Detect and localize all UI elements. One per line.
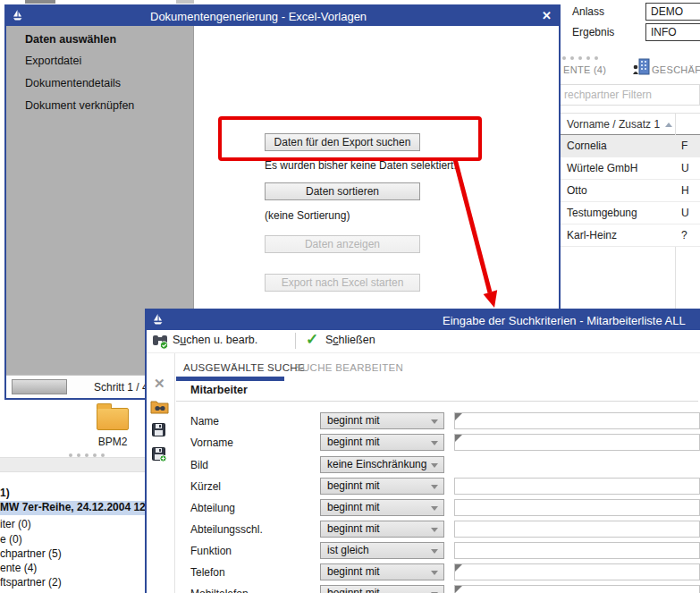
close-icon[interactable]: ✕ [542,9,552,22]
clear-criteria-icon[interactable]: ✕ [154,376,165,392]
anlass-field[interactable]: DEMO [645,3,700,21]
operator-select[interactable]: beginnt mit [320,478,444,495]
building-person-icon [632,58,650,78]
operator-value: beginnt mit [327,414,380,427]
chevron-down-icon [431,549,438,554]
table-row[interactable]: Otto H [561,180,700,202]
ergebnis-field[interactable]: INFO [645,23,700,41]
column-header-vorname[interactable]: Vorname / Zusatz 1 [567,118,660,131]
save-search-as-new-icon[interactable] [152,447,167,465]
folder-icon-bpm2[interactable] [97,408,129,430]
operator-value: keine Einschränkung [327,458,426,470]
criteria-label: Name [190,415,219,428]
operator-value: beginnt mit [327,565,380,578]
window-title: Eingabe der Suchkriterien - Mitarbeiterl… [443,314,686,327]
panel-separator-band [0,457,145,472]
list-item[interactable]: ente (4) [0,562,145,576]
label-part: hließen [339,334,375,346]
operator-select[interactable]: beginnt mit [320,434,444,451]
chevron-down-icon [431,441,438,445]
table-header[interactable]: Vorname / Zusatz 1 [561,113,700,135]
table-row[interactable]: Cornelia F [561,135,700,157]
criteria-input-wrap [454,499,700,516]
dots-separator [562,50,603,63]
tab-dokumente[interactable]: ENTE (4) [563,64,606,75]
desktop-tree-list: 1) MW 7er-Reihe, 24.12.2004 12: iter (0)… [0,483,145,593]
criteria-input[interactable] [455,500,699,515]
criteria-input[interactable] [455,586,699,593]
search-export-data-button[interactable]: Daten für den Export suchen [265,133,420,151]
sidebar-item-exportdatei[interactable]: Exportdatei [25,55,81,67]
binoculars-search-icon [152,334,169,352]
operator-value: beginnt mit [327,479,380,492]
sidebar-item-dokument-verknuepfen[interactable]: Dokument verknüpfen [25,99,134,112]
list-item[interactable]: chpartner (5) [0,547,145,562]
export-excel-button[interactable]: Export nach Excel starten [265,274,420,292]
cell-name: Testumgebung [567,207,637,219]
criteria-input[interactable] [455,479,699,494]
operator-select[interactable]: beginnt mit [320,499,444,516]
operator-value: ist gleich [327,544,369,556]
open-saved-search-icon[interactable] [150,399,169,417]
sort-data-button[interactable]: Daten sortieren [265,182,420,200]
criteria-input[interactable] [455,413,699,428]
step-indicator: Schritt 1 / 4 [94,381,148,394]
window-suchkriterien: Eingabe der Suchkriterien - Mitarbeiterl… [145,309,700,593]
operator-select[interactable]: ist gleich [320,542,444,559]
operator-select[interactable]: keine Einschränkung [320,456,444,473]
table-row[interactable]: Würtele GmbH U [561,157,700,180]
list-item[interactable]: 1) [0,487,145,501]
corner-marker-icon [455,586,462,593]
criteria-input[interactable] [455,564,699,580]
search-and-edit-button[interactable]: Suchen u. bearb. [173,334,257,346]
icon-column-separator [174,353,175,593]
operator-select[interactable]: beginnt mit [320,412,444,429]
criteria-input-wrap [454,563,700,580]
ergebnis-label: Ergebnis [572,26,614,38]
criteria-row-vorname: Vorname beginnt mit [176,434,700,453]
cell-name: Karl-Heinz [567,229,617,241]
criteria-input-wrap [454,434,700,451]
criteria-row-bild: Bild keine Einschränkung [176,456,700,476]
sidebar-item-dokumentendetails[interactable]: Dokumentendetails [25,77,121,89]
list-item[interactable]: ftspartner (2) [0,576,145,590]
criteria-input-wrap [454,478,700,495]
chevron-down-icon [431,571,438,575]
operator-value: beginnt mit [327,436,380,448]
criteria-input[interactable] [455,435,699,450]
list-item[interactable]: e (0) [0,533,145,547]
sidebar-item-daten-auswaehlen[interactable]: Daten auswählen [25,33,116,46]
table-row[interactable]: Testumgebung U [561,202,700,224]
cell-name: Cornelia [567,140,607,152]
filter-input[interactable] [561,84,700,106]
toolbar: Suchen u. bearb. ✓ Schließen [147,330,700,353]
sort-ascending-icon [665,123,672,127]
tab-suche-bearbeiten[interactable]: SUCHE BEARBEITEN [295,362,403,373]
list-item[interactable]: iter (0) [0,518,145,532]
criteria-input-wrap [454,412,700,429]
operator-select[interactable]: beginnt mit [320,585,444,593]
criteria-label: Vorname [190,436,233,449]
criteria-input[interactable] [455,521,699,537]
criteria-row-telefon: Telefon beginnt mit [176,563,700,583]
chevron-down-icon [431,528,438,532]
check-icon: ✓ [306,333,318,347]
criteria-label: Telefon [190,566,225,579]
tab-geschaeftspartner[interactable]: GESCHÄF [652,64,700,75]
criteria-input[interactable] [455,543,699,558]
folder-label[interactable]: BPM2 [86,436,139,448]
operator-select[interactable]: beginnt mit [320,521,444,538]
criteria-row-mobiltelefon: Mobiltelefon beginnt mit [176,585,700,593]
show-data-button[interactable]: Daten anzeigen [265,235,420,253]
sort-note: (keine Sortierung) [265,209,350,222]
close-dialog-button[interactable]: Schließen [325,334,375,346]
criteria-input-wrap [454,585,700,593]
save-search-icon[interactable] [152,423,165,439]
cell-code: ? [681,229,687,241]
list-item-selected[interactable]: MW 7er-Reihe, 24.12.2004 12: [0,501,145,515]
operator-select[interactable]: beginnt mit [320,563,444,580]
table-row[interactable]: Karl-Heinz ? [561,224,700,247]
tab-ausgewaehlte-suche[interactable]: AUSGEWÄHLTE SUCHE [183,362,305,373]
criteria-input-wrap [454,542,700,559]
crm-background-panel: Anlass DEMO Ergebnis INFO ENTE (4) GESCH… [561,0,700,309]
